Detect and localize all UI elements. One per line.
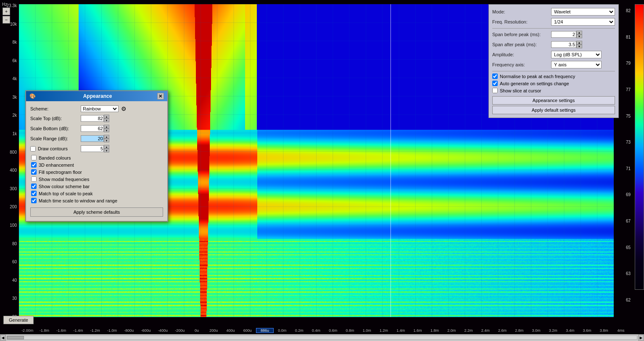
scrollbar-right-btn[interactable]: ► xyxy=(638,335,644,341)
mode-select[interactable]: Wavelet xyxy=(551,8,615,16)
scale-bottom-input[interactable]: 62 xyxy=(81,125,104,132)
normalise-checkbox[interactable] xyxy=(492,73,498,79)
scale-bottom-down[interactable]: ▼ xyxy=(104,129,109,132)
x-label: 1.2m xyxy=(375,328,392,333)
span-before-down[interactable]: ▼ xyxy=(576,34,582,38)
x-label: 3.0m xyxy=(528,328,544,333)
x-label: 0u xyxy=(188,328,205,333)
span-after-row: Span after peak (ms): 3.5 ▲ ▼ xyxy=(492,41,615,48)
apply-scheme-defaults-button[interactable]: Apply scheme defaults xyxy=(30,207,163,217)
match-top-checkbox[interactable] xyxy=(31,191,37,196)
scale-bottom-up[interactable]: ▲ xyxy=(104,125,109,129)
amplitude-select[interactable]: Log (dB SPL) xyxy=(551,51,602,58)
mode-input[interactable]: Wavelet xyxy=(551,8,615,16)
scale-top-up[interactable]: ▲ xyxy=(104,115,109,118)
draw-contours-input[interactable]: 5 xyxy=(81,145,104,152)
scale-73: 73 xyxy=(620,140,631,144)
show-modal-row: Show modal frequencies xyxy=(30,176,163,182)
scrollbar-thumb[interactable] xyxy=(7,336,24,339)
x-label: 2.2m xyxy=(460,328,477,333)
span-after-input[interactable]: 3.5 xyxy=(551,41,576,48)
color-scale-bar xyxy=(635,4,644,290)
scale-range-up[interactable]: ▲ xyxy=(104,135,109,139)
span-after-up[interactable]: ▲ xyxy=(576,41,582,45)
appearance-settings-button[interactable]: Appearance settings xyxy=(492,96,615,105)
y-label-60: 60 xyxy=(1,260,18,264)
match-time-checkbox[interactable] xyxy=(31,198,37,203)
x-label: -1.8m xyxy=(36,328,53,333)
dialog-close-button[interactable]: ✕ xyxy=(157,93,164,100)
scale-69: 69 xyxy=(620,192,631,197)
freq-axis-select[interactable]: Y axis xyxy=(551,61,602,68)
x-label: -1.4m xyxy=(70,328,87,333)
scrollbar-left-btn[interactable]: ◄ xyxy=(0,335,6,341)
x-label: -1.2m xyxy=(87,328,103,333)
scale-71: 71 xyxy=(620,166,631,171)
freq-axis-input[interactable]: Y axis xyxy=(551,61,615,68)
auto-generate-checkbox[interactable] xyxy=(492,81,498,86)
span-after-spinbox[interactable]: 3.5 ▲ ▼ xyxy=(551,41,582,48)
freq-res-select[interactable]: 1/24 xyxy=(551,18,615,26)
scheme-row: Scheme: Rainbow ⚙ xyxy=(30,105,163,112)
zoom-out-btn[interactable]: − xyxy=(3,16,10,24)
x-label: 2.4m xyxy=(477,328,494,333)
show-modal-checkbox[interactable] xyxy=(31,176,37,182)
x-label: -2.00m xyxy=(19,328,36,333)
y-label-8k: 8k xyxy=(1,40,18,45)
scale-top-down[interactable]: ▼ xyxy=(104,118,109,122)
draw-contours-down[interactable]: ▼ xyxy=(104,149,109,152)
dialog-title-text: Appearance xyxy=(83,93,112,99)
generate-button[interactable]: Generate xyxy=(3,316,34,324)
scrollbar-track[interactable] xyxy=(7,336,637,340)
scale-range-row: Scale Range (dB): 20 ▲ ▼ xyxy=(30,135,163,142)
scale-bottom-row: Scale Bottom (dB): 62 ▲ ▼ xyxy=(30,125,163,132)
settings-icon[interactable]: ⚙ xyxy=(121,105,127,112)
scale-range-spinbox[interactable]: 20 ▲ ▼ xyxy=(81,135,109,142)
zoom-controls: + − xyxy=(3,8,10,24)
zoom-in-btn[interactable]: + xyxy=(3,8,10,15)
scale-75: 75 xyxy=(620,114,631,118)
match-top-label: Match top of scale to peak xyxy=(39,191,92,196)
freq-res-label: Freq. Resolution: xyxy=(492,19,551,24)
x-label: 2.0m xyxy=(443,328,460,333)
show-colour-bar-row: Show colour scheme bar xyxy=(30,184,163,189)
y-label-400: 400 xyxy=(1,168,18,173)
x-label: -1.0m xyxy=(103,328,120,333)
span-after-down[interactable]: ▼ xyxy=(576,45,582,48)
scale-top-input[interactable]: 82 xyxy=(81,115,104,122)
freq-res-input[interactable]: 1/24 xyxy=(551,18,615,26)
draw-contours-checkbox[interactable] xyxy=(30,146,36,152)
3d-enhancement-checkbox[interactable] xyxy=(31,162,37,168)
y-label-3k: 3k xyxy=(1,95,18,100)
scale-top-spinbox[interactable]: 82 ▲ ▼ xyxy=(81,115,109,122)
x-label-highlighted: 886u xyxy=(256,328,274,333)
draw-contours-spinbox[interactable]: 5 ▲ ▼ xyxy=(81,145,109,152)
fill-floor-checkbox[interactable] xyxy=(31,169,37,175)
scheme-select[interactable]: Rainbow xyxy=(81,105,119,112)
dialog-title-bar[interactable]: 🎨 Appearance ✕ xyxy=(26,91,167,101)
span-before-input[interactable]: 2 xyxy=(551,31,576,38)
show-slice-row: Show slice at cursor xyxy=(492,88,615,93)
fill-floor-label: Fill spectrogram floor xyxy=(39,170,82,175)
draw-contours-up[interactable]: ▲ xyxy=(104,145,109,149)
scale-range-input[interactable]: 20 xyxy=(81,135,104,142)
x-label: -200u xyxy=(172,328,188,333)
apply-default-settings-button[interactable]: Apply default settings xyxy=(492,106,615,114)
scale-range-down[interactable]: ▼ xyxy=(104,139,109,142)
amplitude-input[interactable]: Log (dB SPL) xyxy=(551,51,615,58)
span-before-spinbox[interactable]: 2 ▲ ▼ xyxy=(551,31,582,38)
span-before-up[interactable]: ▲ xyxy=(576,31,582,34)
horizontal-scrollbar[interactable]: ◄ ► xyxy=(0,334,644,341)
show-colour-bar-checkbox[interactable] xyxy=(31,184,37,189)
scale-bottom-spinbox[interactable]: 62 ▲ ▼ xyxy=(81,125,109,132)
scale-65: 65 xyxy=(620,245,631,250)
scale-labels: 82 81 79 77 75 73 71 69 67 65 63 62 xyxy=(620,8,631,302)
show-slice-checkbox[interactable] xyxy=(492,88,498,93)
x-label: 2.8m xyxy=(511,328,528,333)
show-modal-label: Show modal frequencies xyxy=(39,177,89,182)
match-time-label: Match time scale to window and range xyxy=(39,198,117,203)
control-panel: Mode: Wavelet Freq. Resolution: 1/24 Spa… xyxy=(488,4,619,118)
banded-colours-checkbox[interactable] xyxy=(31,155,37,160)
x-label: 3.8m xyxy=(596,328,612,333)
x-label: 0.2m xyxy=(291,328,308,333)
